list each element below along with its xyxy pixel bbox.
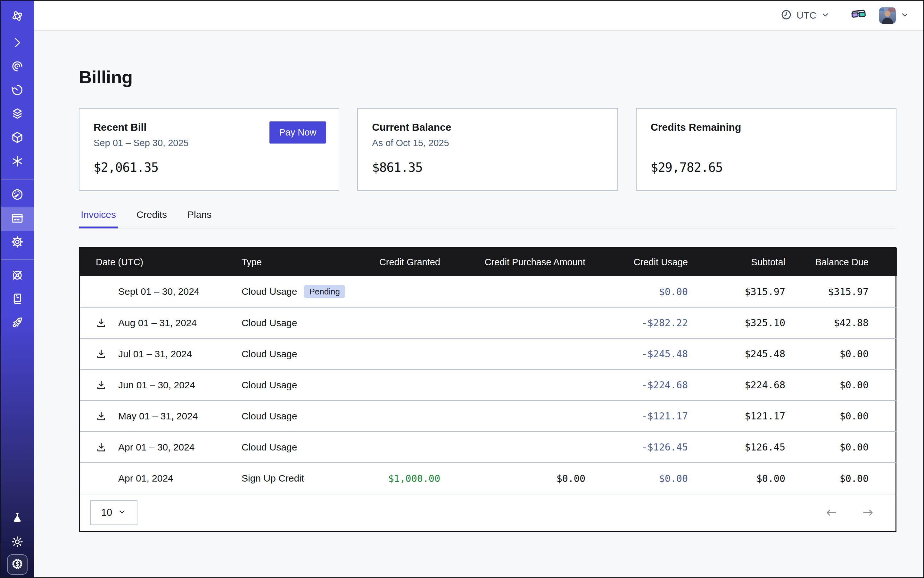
credit-usage-value: -$121.17	[642, 411, 688, 422]
asterisk-icon	[11, 154, 24, 169]
download-invoice-button[interactable]	[96, 379, 108, 391]
account-menu-chevron[interactable]	[900, 10, 909, 21]
sidebar-item-labs[interactable]	[1, 507, 34, 531]
page-size-select[interactable]: 10	[90, 500, 138, 525]
summary-cards: Recent Bill Sep 01 – Sep 30, 2025 $2,061…	[79, 108, 896, 191]
invoice-date: Apr 01, 2024	[118, 473, 173, 484]
topbar: UTC	[34, 1, 923, 31]
sidebar-item-usage[interactable]	[1, 183, 34, 207]
chevron-down-icon	[118, 507, 126, 518]
cube-icon	[11, 131, 24, 146]
next-page-button[interactable]	[861, 508, 875, 518]
table-row: May 01 – 31, 2024 Cloud Usage -$121.17 $…	[80, 401, 897, 432]
balance-due-value: $315.97	[828, 286, 869, 297]
download-invoice-button[interactable]	[96, 317, 108, 329]
tab-invoices[interactable]: Invoices	[79, 209, 118, 228]
credit-usage-value: $0.00	[659, 286, 688, 297]
page-title: Billing	[79, 67, 896, 88]
sidebar-collapse-button[interactable]	[1, 31, 34, 55]
current-balance-amount: $861.35	[372, 160, 603, 175]
sidebar-item-launch[interactable]	[1, 312, 34, 335]
billing-card-icon	[11, 211, 24, 226]
sidebar-item-history[interactable]	[1, 79, 34, 102]
layers-icon	[11, 107, 24, 122]
invoice-date: Jul 01 – 31, 2024	[118, 349, 192, 359]
column-credit-granted: Credit Granted	[351, 248, 440, 276]
card-subtitle	[651, 138, 882, 149]
invoice-date: Apr 01 – 30, 2024	[118, 442, 195, 453]
timezone-selector[interactable]: UTC	[781, 9, 830, 22]
download-icon	[96, 318, 107, 328]
table-row: Jul 01 – 31, 2024 Cloud Usage -$245.48 $…	[80, 338, 897, 369]
credits-button[interactable]	[7, 554, 28, 575]
credit-granted-value: $1,000.00	[388, 473, 440, 484]
recent-bill-card: Recent Bill Sep 01 – Sep 30, 2025 $2,061…	[79, 108, 339, 191]
billing-tabs: Invoices Credits Plans	[79, 209, 896, 229]
download-icon	[96, 349, 107, 359]
card-subtitle: As of Oct 15, 2025	[372, 138, 603, 149]
logo-orbit-icon[interactable]	[1, 1, 34, 31]
credit-usage-value: $0.00	[659, 473, 688, 484]
download-icon	[96, 411, 107, 422]
app-window: UTC Billing	[0, 0, 924, 578]
balance-due-value: $0.00	[840, 473, 869, 484]
table-header-row: Date (UTC) Type Credit Granted Credit Pu…	[80, 248, 897, 276]
docs-book-icon	[11, 292, 24, 307]
download-invoice-button[interactable]	[96, 441, 108, 453]
invoice-table-body: Sept 01 – 30, 2024 Cloud Usage Pending $…	[80, 276, 897, 494]
card-title: Current Balance	[372, 122, 603, 133]
tab-credits[interactable]: Credits	[135, 209, 169, 228]
history-icon	[11, 83, 24, 98]
prev-page-button[interactable]	[824, 508, 838, 518]
chevron-down-icon	[821, 10, 830, 21]
sidebar-divider	[1, 260, 34, 260]
sidebar-item-theme[interactable]	[1, 531, 34, 554]
invoice-type: Cloud Usage	[242, 318, 297, 328]
balance-due-value: $0.00	[840, 442, 869, 453]
credit-usage-value: -$245.48	[642, 348, 688, 359]
tab-plans[interactable]: Plans	[185, 209, 213, 228]
invoice-date: May 01 – 31, 2024	[118, 411, 198, 422]
radar-icon	[11, 60, 24, 74]
sidebar-item-cube[interactable]	[1, 126, 34, 150]
sidebar-divider	[1, 179, 34, 179]
card-title: Credits Remaining	[651, 122, 882, 133]
balance-due-value: $0.00	[840, 379, 869, 391]
credit-usage-value: -$282.22	[642, 317, 688, 328]
invoice-date: Aug 01 – 31, 2024	[118, 318, 197, 328]
sidebar-item-asterisk[interactable]	[1, 150, 34, 174]
theme-sun-icon	[11, 535, 24, 550]
invoice-type: Cloud Usage	[242, 380, 297, 391]
sidebar-item-billing[interactable]	[1, 207, 34, 231]
pay-now-button[interactable]: Pay Now	[270, 122, 326, 143]
download-invoice-button[interactable]	[96, 410, 108, 422]
sidebar-item-helm[interactable]	[1, 264, 34, 288]
credit-usage-value: -$224.68	[642, 379, 688, 391]
3d-glasses-icon[interactable]	[851, 9, 867, 21]
sidebar-item-docs[interactable]	[1, 288, 34, 312]
sidebar-item-settings[interactable]	[1, 231, 34, 254]
avatar[interactable]	[879, 7, 896, 24]
subtotal-value: $126.45	[745, 442, 785, 453]
column-credit-purchase: Credit Purchase Amount	[440, 248, 585, 276]
invoice-date: Sept 01 – 30, 2024	[118, 286, 200, 297]
download-invoice-button[interactable]	[96, 348, 108, 360]
sidebar-item-sessions[interactable]	[1, 55, 34, 79]
column-balance-due: Balance Due	[785, 248, 897, 276]
helm-icon	[11, 268, 24, 283]
flask-icon	[11, 511, 24, 526]
sidebar	[1, 1, 34, 577]
credits-remaining-card: Credits Remaining $29,782.65	[636, 108, 896, 191]
chevron-right-icon	[11, 36, 24, 50]
invoices-table: Date (UTC) Type Credit Granted Credit Pu…	[79, 247, 896, 532]
subtotal-value: $245.48	[745, 348, 785, 359]
dollar-badge-icon	[11, 558, 23, 571]
download-icon	[96, 380, 107, 391]
sidebar-item-layers[interactable]	[1, 102, 34, 126]
subtotal-value: $315.97	[745, 286, 785, 297]
table-row: Jun 01 – 30, 2024 Cloud Usage -$224.68 $…	[80, 369, 897, 401]
table-row: Sept 01 – 30, 2024 Cloud Usage Pending $…	[80, 276, 897, 307]
credits-remaining-amount: $29,782.65	[651, 160, 882, 175]
credit-purchase-value: $0.00	[557, 473, 585, 484]
status-badge: Pending	[304, 285, 345, 298]
